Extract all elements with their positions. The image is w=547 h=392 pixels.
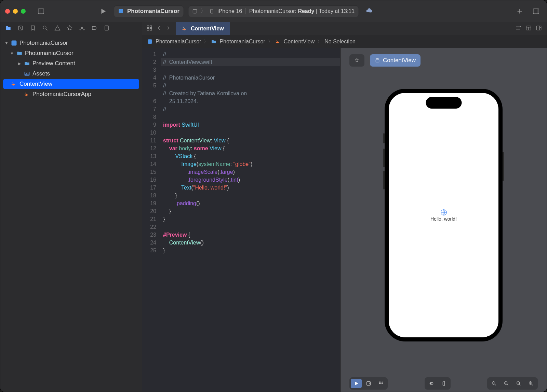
adjust-editor-button[interactable] (525, 25, 532, 32)
report-navigator-tab[interactable] (104, 25, 110, 32)
editor-options-button[interactable] (515, 25, 521, 32)
svg-rect-8 (533, 9, 539, 14)
tree-file-swift[interactable]: ContentView (3, 79, 139, 89)
svg-point-44 (382, 383, 383, 384)
run-button[interactable] (97, 5, 109, 17)
disclosure-triangle[interactable]: ▶ (17, 61, 22, 66)
swift-file-icon (11, 81, 17, 87)
editor-tab[interactable]: ContentView (176, 22, 230, 35)
jump-segment[interactable]: PhotomaniaCursor (156, 39, 201, 45)
project-navigator-tab[interactable] (5, 25, 11, 32)
library-button[interactable] (514, 5, 525, 17)
svg-rect-23 (147, 26, 149, 27)
tree-file-swift[interactable]: PhotomaniaCursorApp (0, 89, 142, 99)
jump-segment[interactable]: PhotomaniaCursor (219, 39, 265, 45)
sidebar-left-icon (37, 8, 45, 15)
issue-navigator-tab[interactable] (54, 25, 61, 32)
device-settings-button[interactable] (426, 379, 437, 388)
disclosure-triangle[interactable]: ▼ (4, 41, 9, 45)
svg-point-15 (80, 29, 81, 30)
test-navigator-tab[interactable] (67, 25, 73, 32)
scheme-app-icon (192, 9, 197, 14)
navigator-area: ▼ PhotomaniaCursor ▼ PhotomaniaCursor ▶ … (0, 22, 142, 392)
svg-rect-47 (443, 381, 444, 386)
toggle-inspectors-button[interactable] (530, 5, 542, 17)
device-label: iPhone 16 (217, 8, 242, 14)
related-items-button[interactable] (146, 25, 152, 32)
preview-text: Hello, world! (430, 216, 457, 222)
svg-marker-37 (355, 382, 358, 385)
svg-rect-4 (193, 9, 197, 13)
close-window-button[interactable] (5, 9, 10, 14)
minimize-window-button[interactable] (13, 9, 18, 14)
zoom-fit-button[interactable] (501, 379, 512, 388)
device-frame[interactable]: Hello, world! (385, 89, 503, 341)
zoom-out-button[interactable] (489, 379, 499, 388)
run-destination[interactable]: 〉 iPhone 16 PhotomaniaCursor: Ready | To… (188, 5, 359, 17)
pin-preview-button[interactable] (349, 54, 364, 67)
plus-icon (516, 8, 523, 15)
canvas-controls: 1 (341, 375, 547, 392)
svg-point-16 (83, 29, 84, 30)
jump-segment[interactable]: ContentView (284, 39, 315, 45)
globe-icon (440, 209, 448, 216)
selectable-preview-button[interactable] (363, 379, 374, 388)
live-preview-button[interactable] (351, 379, 362, 388)
breakpoint-navigator-tab[interactable] (91, 25, 97, 32)
device-screen: Hello, world! (389, 93, 498, 337)
toggle-navigator-button[interactable] (35, 5, 47, 17)
tree-label: Assets (32, 70, 50, 77)
tree-label: PhotomaniaCursor (19, 40, 68, 46)
svg-rect-3 (119, 9, 123, 13)
zoom-actual-button[interactable]: 1 (513, 379, 524, 388)
iphone-icon (209, 8, 214, 15)
window-toolbar: PhotomaniaCursor 〉 iPhone 16 PhotomaniaC… (0, 0, 547, 22)
code-content[interactable]: // // ContentView.swift // PhotomaniaCur… (161, 48, 340, 392)
svg-rect-0 (38, 9, 44, 14)
app-icon (147, 39, 153, 44)
source-control-navigator-tab[interactable] (17, 25, 24, 32)
source-editor[interactable]: 12345 6789101112131415161718192021222324… (142, 48, 341, 392)
tree-project-root[interactable]: ▼ PhotomaniaCursor (0, 38, 142, 48)
navigator-selector-bar (0, 22, 142, 35)
swift-file-icon (275, 39, 281, 44)
zoom-in-button[interactable] (525, 379, 536, 388)
preview-canvas: ContentView Hello, world! (341, 48, 547, 392)
sidebar-right-icon (532, 8, 540, 15)
svg-text:1: 1 (518, 382, 519, 384)
svg-line-52 (507, 384, 508, 385)
debug-navigator-tab[interactable] (79, 25, 85, 32)
svg-point-40 (381, 382, 381, 382)
find-navigator-tab[interactable] (42, 25, 48, 32)
svg-rect-5 (211, 9, 213, 13)
svg-point-12 (43, 26, 46, 29)
svg-line-49 (495, 384, 496, 385)
preview-selector[interactable]: ContentView (370, 54, 421, 67)
tree-folder[interactable]: ▼ PhotomaniaCursor (0, 48, 142, 58)
preview-device-button[interactable] (438, 379, 449, 388)
tree-folder[interactable]: ▶ Preview Content (0, 58, 142, 69)
svg-rect-24 (150, 26, 152, 27)
folder-icon (211, 39, 217, 44)
scheme-selector[interactable]: PhotomaniaCursor (114, 5, 184, 17)
zoom-window-button[interactable] (21, 9, 26, 14)
tree-file-assets[interactable]: Assets (0, 69, 142, 79)
svg-line-59 (532, 384, 533, 385)
svg-point-39 (379, 382, 380, 382)
variants-button[interactable] (375, 379, 386, 388)
history-back-button[interactable] (156, 25, 162, 32)
jump-segment[interactable]: No Selection (324, 39, 356, 45)
swift-file-icon (182, 26, 188, 32)
preview-name: ContentView (383, 57, 416, 64)
tree-label: Preview Content (32, 60, 75, 67)
bookmark-navigator-tab[interactable] (30, 25, 36, 32)
tab-label: ContentView (191, 26, 224, 32)
jump-bar[interactable]: PhotomaniaCursor 〉 PhotomaniaCursor 〉 Co… (142, 35, 547, 48)
disclosure-triangle[interactable]: ▼ (10, 51, 14, 55)
history-forward-button[interactable] (165, 25, 172, 32)
assets-icon (24, 70, 30, 77)
build-status: PhotomaniaCursor: Ready | Today at 13:11 (249, 8, 355, 14)
cloud-status-button[interactable] (363, 5, 375, 17)
svg-rect-20 (12, 41, 17, 46)
add-editor-button[interactable] (536, 25, 542, 32)
